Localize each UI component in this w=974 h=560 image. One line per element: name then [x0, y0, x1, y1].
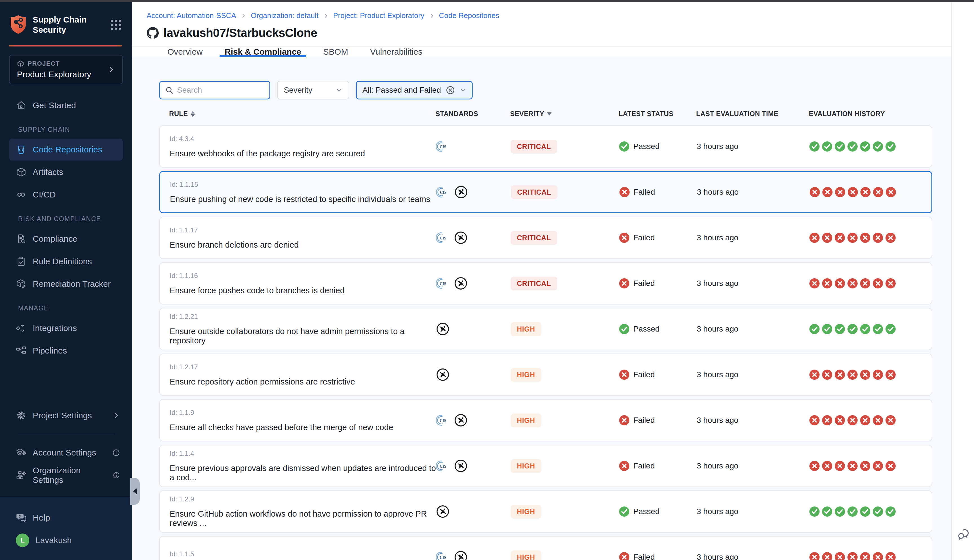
sidebar-item-remediation-tracker[interactable]: Remediation Tracker: [9, 273, 123, 295]
table-row[interactable]: Id: 1.1.17 Ensure branch deletions are d…: [159, 217, 932, 259]
latest-status-cell: Failed: [619, 233, 697, 243]
sidebar-item-project-settings[interactable]: Project Settings: [9, 405, 123, 427]
table-row[interactable]: Id: 1.1.4 Ensure previous approvals are …: [159, 445, 932, 487]
table-row[interactable]: Id: 1.1.15 Ensure pushing of new code is…: [159, 171, 932, 213]
table-row[interactable]: Id: 4.3.4 Ensure webhooks of the package…: [159, 125, 932, 168]
breadcrumb-link[interactable]: Account: Automation-SSCA: [147, 11, 236, 20]
tab-sbom[interactable]: SBOM: [321, 47, 350, 57]
breadcrumb-link[interactable]: Project: Product Exploratory: [333, 11, 424, 20]
rule-cell: Id: 1.1.9 Ensure all checks have passed …: [170, 409, 436, 432]
sidebar-item-label: Artifacts: [33, 167, 63, 177]
rule-id: Id: 1.2.17: [170, 363, 436, 371]
sidebar-item-pipelines[interactable]: Pipelines: [9, 340, 123, 362]
info-icon[interactable]: [113, 471, 120, 479]
history-fail-icon: [822, 278, 832, 288]
table-row[interactable]: Id: 1.1.5 CIS HIGH Failed 3 hours ago: [159, 536, 932, 560]
nav-section-heading: RISK AND COMPLIANCE: [9, 215, 123, 223]
owasp-icon: [454, 550, 467, 560]
sort-icon[interactable]: [191, 111, 195, 117]
breadcrumb-link[interactable]: Code Repositories: [439, 11, 499, 20]
rule-text: Ensure force pushes code to branches is …: [170, 286, 436, 295]
severity-badge: HIGH: [511, 413, 541, 427]
history-pass-icon: [835, 324, 845, 334]
table-row[interactable]: Id: 1.2.9 Ensure GitHub action workflows…: [159, 490, 932, 533]
project-selector[interactable]: PROJECT Product Exploratory: [9, 55, 123, 84]
page-header: Account: Automation-SSCAOrganization: de…: [132, 2, 951, 47]
history-fail-icon: [809, 415, 820, 425]
cis-icon: CIS: [436, 459, 450, 473]
status-label: Failed: [633, 233, 655, 242]
column-header-rule[interactable]: RULE: [169, 110, 435, 118]
rule-text: Ensure webhooks of the package registry …: [170, 149, 436, 158]
sidebar-item-compliance[interactable]: Compliance: [9, 228, 123, 250]
rule-cell: Id: 1.1.4 Ensure previous approvals are …: [170, 450, 436, 482]
sidebar-item-rule-definitions[interactable]: Rule Definitions: [9, 250, 123, 272]
sidebar: Supply Chain Security PROJECT: [0, 2, 132, 560]
history-pass-icon: [822, 142, 832, 152]
evaluation-history-cell: [809, 507, 932, 517]
column-header-severity[interactable]: SEVERITY: [510, 110, 619, 118]
sidebar-divider: [18, 434, 114, 434]
rule-text: Ensure branch deletions are denied: [170, 240, 436, 250]
history-pass-icon: [873, 324, 883, 334]
sidebar-item-user[interactable]: L Lavakush: [9, 529, 123, 551]
table-row[interactable]: Id: 1.1.9 Ensure all checks have passed …: [159, 399, 932, 442]
sidebar-item-label: CI/CD: [33, 190, 56, 200]
svg-text:CIS: CIS: [440, 190, 447, 195]
tab-overview[interactable]: Overview: [165, 47, 205, 57]
rule-id: Id: 1.1.16: [170, 272, 436, 280]
user-name: Lavakush: [35, 535, 72, 545]
last-evaluation-time-cell: 3 hours ago: [697, 325, 809, 333]
sidebar-item-integrations[interactable]: Integrations: [9, 317, 123, 339]
severity-cell: HIGH: [511, 368, 619, 382]
history-fail-icon: [873, 278, 883, 288]
clear-filter-icon[interactable]: [445, 85, 455, 95]
sidebar-item-label: Organization Settings: [33, 466, 107, 485]
sidebar-item-code-repositories[interactable]: Code Repositories: [9, 138, 123, 160]
history-fail-icon: [873, 552, 883, 560]
status-filter-dropdown[interactable]: All: Passed and Failed: [356, 81, 473, 100]
sidebar-item-organization-settings[interactable]: Organization Settings: [9, 464, 123, 486]
owasp-icon: [436, 505, 450, 518]
sidebar-collapse-handle[interactable]: [130, 478, 140, 505]
evaluation-history-cell: [809, 370, 932, 380]
sidebar-item-ci-cd[interactable]: CI/CD: [9, 184, 123, 206]
sidebar-item-account-settings[interactable]: Account Settings: [9, 442, 123, 464]
severity-filter-label: Severity: [284, 86, 312, 95]
chat-icon[interactable]: [956, 527, 971, 542]
tabs-bar: OverviewRisk & ComplianceSBOMVulnerabili…: [132, 47, 951, 57]
sort-desc-icon[interactable]: [547, 112, 552, 115]
evaluation-history-cell: [809, 461, 932, 471]
tab-risk-compliance[interactable]: Risk & Compliance: [222, 47, 304, 57]
history-pass-icon: [809, 142, 820, 152]
standards-cell: CIS: [436, 231, 511, 245]
severity-filter-dropdown[interactable]: Severity: [277, 81, 349, 100]
history-fail-icon: [835, 415, 845, 425]
tab-vulnerabilities[interactable]: Vulnerabilities: [368, 47, 425, 57]
latest-status-cell: Failed: [619, 461, 697, 471]
shield-logo-icon: [9, 15, 28, 35]
history-pass-icon: [822, 324, 832, 334]
rule-id: Id: 1.1.9: [170, 409, 436, 417]
table-row[interactable]: Id: 1.2.17 Ensure repository action perm…: [159, 353, 932, 396]
sidebar-item-label: Get Started: [33, 100, 76, 110]
search-input[interactable]: [177, 86, 264, 95]
history-pass-icon: [835, 142, 845, 152]
app-launcher-grid-icon[interactable]: [110, 19, 122, 31]
sidebar-item-help[interactable]: ? Help: [9, 507, 123, 529]
sidebar-item-artifacts[interactable]: Artifacts: [9, 161, 123, 183]
github-icon: [147, 27, 159, 39]
status-label: Passed: [633, 507, 659, 516]
project-label: PROJECT: [28, 60, 60, 67]
rule-id: Id: 1.1.15: [170, 180, 436, 188]
history-pass-icon: [809, 324, 820, 334]
sidebar-item-get-started[interactable]: Get Started: [9, 94, 123, 116]
breadcrumb-link[interactable]: Organization: default: [251, 11, 319, 20]
rule-cell: Id: 1.2.9 Ensure GitHub action workflows…: [170, 495, 436, 528]
filters-row: Severity All: Passed and Failed: [159, 81, 951, 100]
cis-icon: CIS: [436, 185, 450, 199]
history-fail-icon: [847, 370, 857, 380]
info-icon[interactable]: [112, 449, 120, 457]
table-row[interactable]: Id: 1.2.21 Ensure outside collaborators …: [159, 308, 932, 350]
table-row[interactable]: Id: 1.1.16 Ensure force pushes code to b…: [159, 262, 932, 305]
